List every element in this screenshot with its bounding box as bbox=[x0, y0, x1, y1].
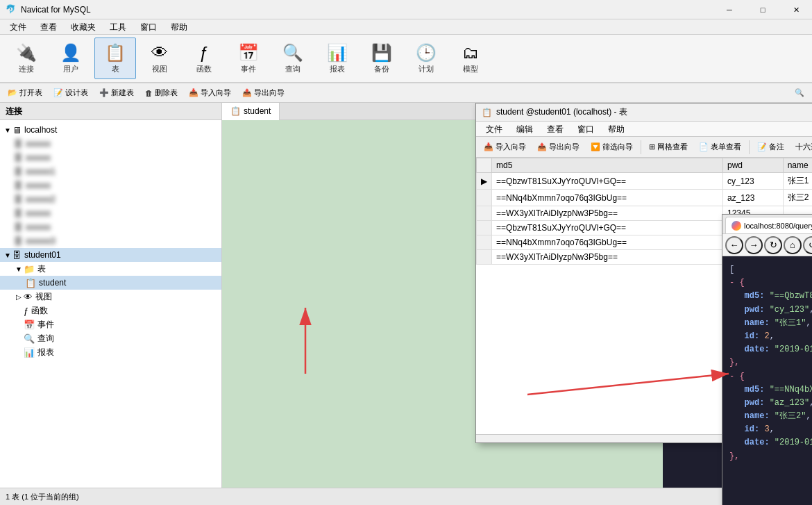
minimize-button[interactable]: ─ bbox=[713, 0, 745, 19]
tree-item-student-table[interactable]: 📋 student bbox=[0, 276, 221, 290]
maximize-button[interactable]: □ bbox=[747, 0, 779, 19]
tree-item-db3[interactable]: 🗄 xxxxxx1 bbox=[0, 165, 221, 179]
tool-schedule[interactable]: 🕒 计划 bbox=[405, 38, 447, 79]
tree-item-db6[interactable]: 🗄 xxxxxx bbox=[0, 206, 221, 220]
delete-table-btn[interactable]: 🗑 删除表 bbox=[140, 85, 183, 101]
note-icon: 📝 bbox=[757, 142, 767, 151]
table-row[interactable]: ==NNq4bXmmn7oqo76q3IGbUg==az_123张三232019… bbox=[477, 190, 813, 206]
action-toolbar: 📂 打开表 📝 设计表 ➕ 新建表 🗑 删除表 📥 导入向导 📤 导出向导 🔍 bbox=[0, 83, 812, 103]
tool-query[interactable]: 🔍 查询 bbox=[272, 38, 314, 79]
modal-menu-help[interactable]: 帮助 bbox=[601, 122, 632, 137]
browser-active-tab[interactable]: localhost:8080/query ✕ bbox=[725, 217, 812, 233]
menu-view[interactable]: 查看 bbox=[33, 19, 64, 35]
tree-item-localhost[interactable]: ▼ 🖥 localhost bbox=[0, 123, 221, 137]
tree-item-query-folder[interactable]: 🔍 查询 bbox=[0, 331, 221, 345]
new-table-icon: ➕ bbox=[99, 88, 109, 97]
view-label: 视图 bbox=[152, 64, 167, 74]
tool-event[interactable]: 📅 事件 bbox=[228, 38, 269, 79]
tree-item-db5[interactable]: 🗄 xxxxxx2 bbox=[0, 192, 221, 206]
modal-menu-window[interactable]: 窗口 bbox=[570, 122, 601, 137]
tree-item-db8[interactable]: 🗄 xxxxxx3 bbox=[0, 234, 221, 248]
student-tab[interactable]: 📋 student bbox=[222, 103, 280, 120]
tree-item-db1[interactable]: 🗄 xxxxxx bbox=[0, 137, 221, 151]
modal-form-btn[interactable]: 📄 表单查看 bbox=[694, 139, 746, 156]
import-wizard-btn[interactable]: 📥 导入向导 bbox=[184, 85, 236, 101]
json-line: md5: "==NNq4bXmmn7oqo76q3IGbUg==", bbox=[729, 383, 812, 397]
modal-menu-edit[interactable]: 编辑 bbox=[509, 122, 540, 137]
modal-filter-btn[interactable]: 🔽 筛选向导 bbox=[586, 139, 638, 156]
menu-favorites[interactable]: 收藏夹 bbox=[64, 19, 103, 35]
tool-connect[interactable]: 🔌 连接 bbox=[6, 38, 47, 79]
cell-md5[interactable]: ==WX3yXlTrAiDIyzpNw3P5bg== bbox=[492, 250, 723, 265]
tree-item-table-folder[interactable]: ▼ 📁 表 bbox=[0, 262, 221, 276]
tool-report[interactable]: 📊 报表 bbox=[316, 38, 358, 79]
tool-user[interactable]: 👤 用户 bbox=[50, 38, 92, 79]
table-icon: 📋 bbox=[105, 43, 126, 63]
menu-tools[interactable]: 工具 bbox=[103, 19, 133, 35]
backup-icon: 💾 bbox=[371, 43, 392, 63]
func-icon: ƒ bbox=[199, 43, 208, 63]
tool-view[interactable]: 👁 视图 bbox=[139, 38, 180, 79]
tree-item-event-folder[interactable]: 📅 事件 bbox=[0, 317, 221, 331]
event-label: 事件 bbox=[241, 64, 256, 74]
tree-item-view-folder[interactable]: ▷ 👁 视图 bbox=[0, 290, 221, 304]
cell-md5[interactable]: ==QbzwT81SuXJyYroQUVl+GQ== bbox=[492, 173, 723, 190]
export-wizard-btn[interactable]: 📤 导出向导 bbox=[237, 85, 289, 101]
tree-item-func-folder[interactable]: ƒ 函数 bbox=[0, 304, 221, 317]
col-pwd[interactable]: pwd bbox=[722, 158, 783, 173]
back-btn[interactable]: ← bbox=[725, 236, 743, 254]
modal-toolbar: 📥 导入向导 📤 导出向导 🔽 筛选向导 ⊞ 网格查看 📄 bbox=[476, 137, 812, 158]
tree-item-db4[interactable]: 🗄 xxxxxx bbox=[0, 179, 221, 192]
tool-backup[interactable]: 💾 备份 bbox=[361, 38, 403, 79]
modal-menu-file[interactable]: 文件 bbox=[479, 122, 509, 137]
cell-md5[interactable]: ==WX3yXlTrAiDIyzpNw3P5bg== bbox=[492, 206, 723, 221]
tool-model[interactable]: 🗂 模型 bbox=[450, 38, 491, 79]
export-wizard-icon: 📤 bbox=[242, 88, 252, 97]
search-btn[interactable]: 🔍 bbox=[790, 85, 809, 101]
menu-window[interactable]: 窗口 bbox=[133, 19, 164, 35]
menu-file[interactable]: 文件 bbox=[3, 19, 33, 35]
json-line: date: "2019-01-11T16:00:00.000+0000" bbox=[729, 436, 812, 449]
tree-item-db7[interactable]: 🗄 xxxxxx bbox=[0, 220, 221, 234]
import-wizard-icon: 📥 bbox=[189, 88, 198, 97]
tool-table[interactable]: 📋 表 bbox=[94, 38, 136, 79]
tool-func[interactable]: ƒ 函数 bbox=[183, 38, 225, 79]
col-md5[interactable]: md5 bbox=[492, 158, 723, 173]
refresh-btn[interactable]: ↻ bbox=[764, 236, 782, 254]
connect-label: 连接 bbox=[19, 64, 34, 74]
cell-md5[interactable]: ==NNq4bXmmn7oqo76q3IGbUg== bbox=[492, 235, 723, 250]
sidebar: 连接 ▼ 🖥 localhost 🗄 xxxxxx 🗄 xxxxxx 🗄 xxx… bbox=[0, 103, 222, 505]
modal-import-btn[interactable]: 📥 导入向导 bbox=[479, 139, 531, 156]
cell-pwd[interactable]: cy_123 bbox=[722, 173, 783, 190]
modal-menu-view[interactable]: 查看 bbox=[540, 122, 570, 137]
cell-name[interactable]: 张三2 bbox=[783, 190, 812, 206]
tree-item-report-folder[interactable]: 📊 报表 bbox=[0, 345, 221, 359]
close-button[interactable]: ✕ bbox=[780, 0, 812, 19]
design-table-btn[interactable]: 📝 设计表 bbox=[49, 85, 93, 101]
row-marker bbox=[477, 250, 492, 265]
json-line: name: "张三1", bbox=[729, 317, 812, 330]
cell-pwd[interactable]: az_123 bbox=[722, 190, 783, 206]
cell-name[interactable]: 张三1 bbox=[783, 173, 812, 190]
func-label: 函数 bbox=[196, 64, 212, 74]
table-row[interactable]: ▶==QbzwT81SuXJyYroQUVl+GQ==cy_123张三12201… bbox=[477, 173, 813, 190]
tree-item-db2[interactable]: 🗄 xxxxxx bbox=[0, 151, 221, 165]
modal-note-btn[interactable]: 📝 备注 bbox=[752, 139, 789, 156]
row-marker bbox=[477, 206, 492, 221]
browser-nav: ← → ↻ ⌂ ↺ ☆ 🔒 bbox=[722, 234, 812, 256]
modal-export-btn[interactable]: 📤 导出向导 bbox=[532, 139, 584, 156]
cell-md5[interactable]: ==NNq4bXmmn7oqo76q3IGbUg== bbox=[492, 190, 723, 206]
modal-hex-btn[interactable]: 十六进制 bbox=[790, 139, 812, 156]
col-name[interactable]: name bbox=[783, 158, 812, 173]
modal-grid-btn[interactable]: ⊞ 网格查看 bbox=[644, 139, 693, 156]
history-btn[interactable]: ↺ bbox=[803, 236, 812, 254]
menu-help[interactable]: 帮助 bbox=[164, 19, 194, 35]
tree-item-student01[interactable]: ▼ 🗄 student01 bbox=[0, 248, 221, 262]
forward-btn[interactable]: → bbox=[745, 236, 763, 254]
new-table-btn[interactable]: ➕ 新建表 bbox=[94, 85, 139, 101]
cell-md5[interactable]: ==QbzwT81SuXJyYroQUVl+GQ== bbox=[492, 221, 723, 235]
model-icon: 🗂 bbox=[462, 43, 479, 63]
home-btn[interactable]: ⌂ bbox=[784, 236, 802, 254]
expand-icon: ▼ bbox=[3, 126, 12, 134]
open-table-btn[interactable]: 📂 打开表 bbox=[3, 85, 47, 101]
